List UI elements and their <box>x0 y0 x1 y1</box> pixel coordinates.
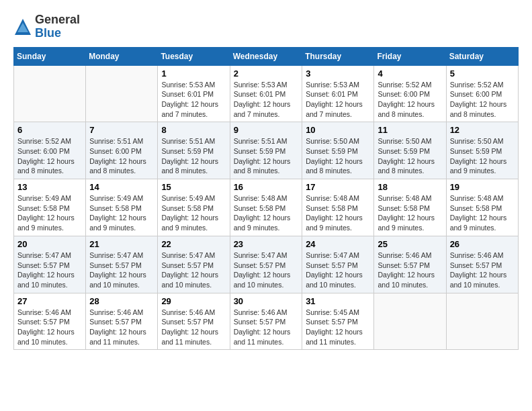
daylight: Daylight: 12 hours and 10 minutes. <box>17 328 75 346</box>
calendar-cell: 6 Sunrise: 5:52 AM Sunset: 6:00 PM Dayli… <box>14 122 86 179</box>
daylight: Daylight: 12 hours and 11 minutes. <box>234 328 291 346</box>
calendar-cell <box>374 293 446 350</box>
sunrise: Sunrise: 5:46 AM <box>161 308 215 316</box>
header-tuesday: Tuesday <box>158 47 230 65</box>
sunset: Sunset: 5:58 PM <box>161 204 214 212</box>
sunrise: Sunrise: 5:52 AM <box>378 81 431 89</box>
daylight: Daylight: 12 hours and 7 minutes. <box>161 100 218 118</box>
daylight: Daylight: 12 hours and 8 minutes. <box>378 100 435 118</box>
calendar-cell: 19 Sunrise: 5:48 AM Sunset: 5:58 PM Dayl… <box>446 179 518 236</box>
sunset: Sunset: 5:58 PM <box>234 204 286 212</box>
day-number: 31 <box>306 296 370 306</box>
calendar-cell: 4 Sunrise: 5:52 AM Sunset: 6:00 PM Dayli… <box>374 65 446 122</box>
calendar-cell: 29 Sunrise: 5:46 AM Sunset: 5:57 PM Dayl… <box>158 293 230 350</box>
sunrise: Sunrise: 5:51 AM <box>89 137 143 145</box>
header-thursday: Thursday <box>302 47 374 65</box>
calendar-cell: 15 Sunrise: 5:49 AM Sunset: 5:58 PM Dayl… <box>158 179 230 236</box>
day-info: Sunrise: 5:51 AM Sunset: 6:00 PM Dayligh… <box>89 136 154 176</box>
sunset: Sunset: 6:01 PM <box>161 90 214 98</box>
calendar-cell: 28 Sunrise: 5:46 AM Sunset: 5:57 PM Dayl… <box>86 293 158 350</box>
day-number: 28 <box>89 296 154 306</box>
day-info: Sunrise: 5:50 AM Sunset: 5:59 PM Dayligh… <box>378 136 442 176</box>
sunrise: Sunrise: 5:53 AM <box>306 81 359 89</box>
day-info: Sunrise: 5:46 AM Sunset: 5:57 PM Dayligh… <box>161 308 226 347</box>
daylight: Daylight: 12 hours and 10 minutes. <box>161 271 218 289</box>
sunset: Sunset: 5:59 PM <box>234 147 286 155</box>
calendar-header-row: SundayMondayTuesdayWednesdayThursdayFrid… <box>14 47 519 65</box>
calendar-cell: 8 Sunrise: 5:51 AM Sunset: 5:59 PM Dayli… <box>158 122 230 179</box>
calendar-week-row: 6 Sunrise: 5:52 AM Sunset: 6:00 PM Dayli… <box>14 122 519 179</box>
sunrise: Sunrise: 5:51 AM <box>234 137 287 145</box>
day-info: Sunrise: 5:47 AM Sunset: 5:57 PM Dayligh… <box>234 250 299 290</box>
logo: General Blue <box>13 13 80 40</box>
sunset: Sunset: 5:58 PM <box>306 204 358 212</box>
calendar-cell: 10 Sunrise: 5:50 AM Sunset: 5:59 PM Dayl… <box>302 122 374 179</box>
sunset: Sunset: 5:57 PM <box>450 261 502 269</box>
daylight: Daylight: 12 hours and 9 minutes. <box>378 214 435 232</box>
day-info: Sunrise: 5:48 AM Sunset: 5:58 PM Dayligh… <box>378 193 442 233</box>
sunrise: Sunrise: 5:46 AM <box>378 251 431 259</box>
daylight: Daylight: 12 hours and 8 minutes. <box>378 157 435 175</box>
sunrise: Sunrise: 5:46 AM <box>89 308 143 316</box>
day-info: Sunrise: 5:49 AM Sunset: 5:58 PM Dayligh… <box>161 193 226 233</box>
day-info: Sunrise: 5:53 AM Sunset: 6:01 PM Dayligh… <box>161 80 226 120</box>
day-number: 27 <box>17 296 82 306</box>
daylight: Daylight: 12 hours and 10 minutes. <box>378 271 435 289</box>
sunset: Sunset: 5:58 PM <box>450 204 502 212</box>
day-number: 4 <box>378 68 442 79</box>
sunset: Sunset: 5:59 PM <box>450 147 502 155</box>
sunset: Sunset: 5:58 PM <box>89 204 142 212</box>
daylight: Daylight: 12 hours and 10 minutes. <box>450 271 507 289</box>
calendar-cell: 13 Sunrise: 5:49 AM Sunset: 5:58 PM Dayl… <box>14 179 86 236</box>
day-info: Sunrise: 5:51 AM Sunset: 5:59 PM Dayligh… <box>161 136 226 176</box>
sunrise: Sunrise: 5:47 AM <box>234 251 287 259</box>
day-number: 7 <box>89 125 154 135</box>
calendar-cell: 11 Sunrise: 5:50 AM Sunset: 5:59 PM Dayl… <box>374 122 446 179</box>
sunset: Sunset: 5:57 PM <box>306 318 358 326</box>
day-info: Sunrise: 5:52 AM Sunset: 6:00 PM Dayligh… <box>378 80 442 120</box>
daylight: Daylight: 12 hours and 8 minutes. <box>161 157 218 175</box>
day-number: 18 <box>378 182 442 192</box>
sunrise: Sunrise: 5:49 AM <box>89 194 143 202</box>
daylight: Daylight: 12 hours and 11 minutes. <box>306 328 363 346</box>
sunset: Sunset: 5:57 PM <box>17 261 70 269</box>
sunset: Sunset: 6:00 PM <box>378 90 430 98</box>
daylight: Daylight: 12 hours and 11 minutes. <box>161 328 218 346</box>
day-number: 5 <box>450 68 515 79</box>
sunset: Sunset: 5:57 PM <box>89 261 142 269</box>
sunset: Sunset: 5:59 PM <box>378 147 430 155</box>
calendar-cell: 9 Sunrise: 5:51 AM Sunset: 5:59 PM Dayli… <box>230 122 302 179</box>
day-number: 20 <box>17 239 82 249</box>
daylight: Daylight: 12 hours and 9 minutes. <box>450 214 507 232</box>
day-number: 1 <box>161 68 226 79</box>
day-number: 3 <box>306 68 370 79</box>
sunrise: Sunrise: 5:50 AM <box>378 137 431 145</box>
day-number: 22 <box>161 239 226 249</box>
calendar-cell: 20 Sunrise: 5:47 AM Sunset: 5:57 PM Dayl… <box>14 236 86 293</box>
sunset: Sunset: 5:59 PM <box>306 147 358 155</box>
day-number: 17 <box>306 182 370 192</box>
calendar-cell: 1 Sunrise: 5:53 AM Sunset: 6:01 PM Dayli… <box>158 65 230 122</box>
sunset: Sunset: 6:01 PM <box>234 90 286 98</box>
day-info: Sunrise: 5:46 AM Sunset: 5:57 PM Dayligh… <box>450 250 515 290</box>
calendar-cell: 24 Sunrise: 5:47 AM Sunset: 5:57 PM Dayl… <box>302 236 374 293</box>
sunrise: Sunrise: 5:52 AM <box>450 81 504 89</box>
logo-blue: Blue <box>35 26 61 40</box>
calendar-cell: 23 Sunrise: 5:47 AM Sunset: 5:57 PM Dayl… <box>230 236 302 293</box>
calendar-cell: 18 Sunrise: 5:48 AM Sunset: 5:58 PM Dayl… <box>374 179 446 236</box>
day-info: Sunrise: 5:50 AM Sunset: 5:59 PM Dayligh… <box>450 136 515 176</box>
calendar-cell: 25 Sunrise: 5:46 AM Sunset: 5:57 PM Dayl… <box>374 236 446 293</box>
calendar-cell: 5 Sunrise: 5:52 AM Sunset: 6:00 PM Dayli… <box>446 65 518 122</box>
calendar-cell <box>14 65 86 122</box>
sunset: Sunset: 5:58 PM <box>378 204 430 212</box>
sunset: Sunset: 6:01 PM <box>306 90 358 98</box>
day-number: 13 <box>17 182 82 192</box>
day-number: 26 <box>450 239 515 249</box>
calendar-cell: 12 Sunrise: 5:50 AM Sunset: 5:59 PM Dayl… <box>446 122 518 179</box>
day-info: Sunrise: 5:53 AM Sunset: 6:01 PM Dayligh… <box>234 80 299 120</box>
day-number: 16 <box>234 182 299 192</box>
day-number: 2 <box>234 68 299 79</box>
sunset: Sunset: 5:57 PM <box>161 261 214 269</box>
calendar-cell: 7 Sunrise: 5:51 AM Sunset: 6:00 PM Dayli… <box>86 122 158 179</box>
day-info: Sunrise: 5:46 AM Sunset: 5:57 PM Dayligh… <box>89 308 154 347</box>
